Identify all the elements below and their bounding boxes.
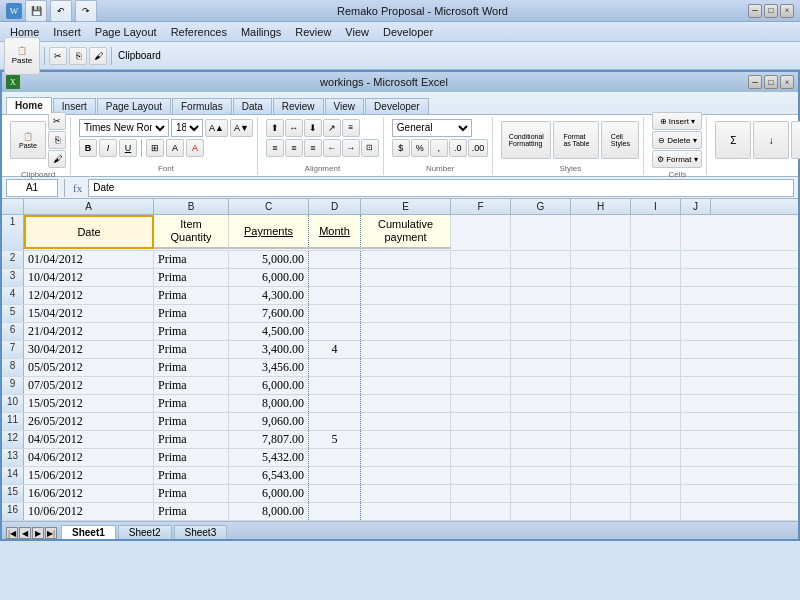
align-top-btn[interactable]: ⬆ (266, 119, 284, 137)
cell-b5[interactable]: Prima (154, 305, 229, 322)
cell-e8[interactable] (361, 359, 451, 376)
cell-c5[interactable]: 7,600.00 (229, 305, 309, 322)
cell-i1[interactable] (631, 215, 681, 249)
cell-i5[interactable] (631, 305, 681, 322)
cell-b9[interactable]: Prima (154, 377, 229, 394)
cell-g1[interactable] (511, 215, 571, 249)
cell-c1[interactable]: Payments (229, 215, 309, 249)
align-right-btn[interactable]: ≡ (304, 139, 322, 157)
cell-a9[interactable]: 07/05/2012 (24, 377, 154, 394)
cell-f12[interactable] (451, 431, 511, 448)
cell-b8[interactable]: Prima (154, 359, 229, 376)
cell-i4[interactable] (631, 287, 681, 304)
cell-g4[interactable] (511, 287, 571, 304)
maximize-btn[interactable]: □ (764, 4, 778, 18)
cell-e11[interactable] (361, 413, 451, 430)
cell-d8[interactable] (309, 359, 361, 376)
cell-h7[interactable] (571, 341, 631, 358)
font-name-select[interactable]: Times New Rom (79, 119, 169, 137)
cell-b1[interactable]: Item Quantity (154, 215, 229, 249)
col-header-i[interactable]: I (631, 199, 681, 214)
font-color-btn[interactable]: A (186, 139, 204, 157)
tab-data[interactable]: Data (233, 98, 272, 114)
cell-i12[interactable] (631, 431, 681, 448)
cell-b10[interactable]: Prima (154, 395, 229, 412)
tab-developer[interactable]: Developer (365, 98, 429, 114)
excel-close-btn[interactable]: × (780, 75, 794, 89)
cell-g10[interactable] (511, 395, 571, 412)
cell-f10[interactable] (451, 395, 511, 412)
cell-h3[interactable] (571, 269, 631, 286)
cell-c14[interactable]: 6,543.00 (229, 467, 309, 484)
cell-i8[interactable] (631, 359, 681, 376)
format-painter-btn[interactable]: 🖌 (89, 47, 107, 65)
cell-e15[interactable] (361, 485, 451, 502)
font-size-select[interactable]: 18 (171, 119, 203, 137)
sheet-nav-prev[interactable]: ◀ (19, 527, 31, 539)
cell-i2[interactable] (631, 251, 681, 268)
cell-d15[interactable] (309, 485, 361, 502)
cut-btn[interactable]: ✂ (49, 47, 67, 65)
cell-f14[interactable] (451, 467, 511, 484)
col-header-j[interactable]: J (681, 199, 711, 214)
cell-c4[interactable]: 4,300.00 (229, 287, 309, 304)
cell-f15[interactable] (451, 485, 511, 502)
cell-h11[interactable] (571, 413, 631, 430)
cell-d12[interactable]: 5 (309, 431, 361, 448)
clear-btn[interactable]: 🗑 (791, 121, 800, 159)
cell-i16[interactable] (631, 503, 681, 520)
cell-d6[interactable] (309, 323, 361, 340)
col-header-a[interactable]: A (24, 199, 154, 214)
cell-g14[interactable] (511, 467, 571, 484)
cell-a13[interactable]: 04/06/2012 (24, 449, 154, 466)
cell-a4[interactable]: 12/04/2012 (24, 287, 154, 304)
conditional-format-btn[interactable]: ConditionalFormatting (501, 121, 551, 159)
word-menu-review[interactable]: Review (289, 25, 337, 39)
cell-e14[interactable] (361, 467, 451, 484)
cell-h2[interactable] (571, 251, 631, 268)
indent-dec-btn[interactable]: ← (323, 139, 341, 157)
align-bottom-btn[interactable]: ⬇ (304, 119, 322, 137)
excel-cut-btn[interactable]: ✂ (48, 112, 66, 130)
redo-btn[interactable]: ↷ (75, 0, 97, 22)
sheet-tab-3[interactable]: Sheet3 (174, 525, 228, 539)
text-angle-btn[interactable]: ↗ (323, 119, 341, 137)
sheet-tab-2[interactable]: Sheet2 (118, 525, 172, 539)
italic-btn[interactable]: I (99, 139, 117, 157)
sheet-nav-first[interactable]: |◀ (6, 527, 18, 539)
cell-f5[interactable] (451, 305, 511, 322)
cell-styles-btn[interactable]: CellStyles (601, 121, 639, 159)
indent-inc-btn[interactable]: → (342, 139, 360, 157)
cell-b13[interactable]: Prima (154, 449, 229, 466)
cell-a15[interactable]: 16/06/2012 (24, 485, 154, 502)
col-header-e[interactable]: E (361, 199, 451, 214)
cell-i11[interactable] (631, 413, 681, 430)
cell-h14[interactable] (571, 467, 631, 484)
cell-i10[interactable] (631, 395, 681, 412)
dec-inc-btn[interactable]: .0 (449, 139, 467, 157)
cell-f6[interactable] (451, 323, 511, 340)
increase-font-btn[interactable]: A▲ (205, 119, 228, 137)
comma-btn[interactable]: , (430, 139, 448, 157)
cell-d16[interactable] (309, 503, 361, 520)
cell-b3[interactable]: Prima (154, 269, 229, 286)
cell-i7[interactable] (631, 341, 681, 358)
cell-g3[interactable] (511, 269, 571, 286)
cell-g13[interactable] (511, 449, 571, 466)
cell-f4[interactable] (451, 287, 511, 304)
cell-d9[interactable] (309, 377, 361, 394)
cell-c9[interactable]: 6,000.00 (229, 377, 309, 394)
cell-i15[interactable] (631, 485, 681, 502)
cell-d14[interactable] (309, 467, 361, 484)
cell-e6[interactable] (361, 323, 451, 340)
cell-b15[interactable]: Prima (154, 485, 229, 502)
cell-g16[interactable] (511, 503, 571, 520)
cell-h10[interactable] (571, 395, 631, 412)
sum-btn[interactable]: Σ (715, 121, 751, 159)
cell-f9[interactable] (451, 377, 511, 394)
sheet-nav-last[interactable]: ▶| (45, 527, 57, 539)
cell-c13[interactable]: 5,432.00 (229, 449, 309, 466)
cell-f8[interactable] (451, 359, 511, 376)
tab-review[interactable]: Review (273, 98, 324, 114)
cell-c12[interactable]: 7,807.00 (229, 431, 309, 448)
